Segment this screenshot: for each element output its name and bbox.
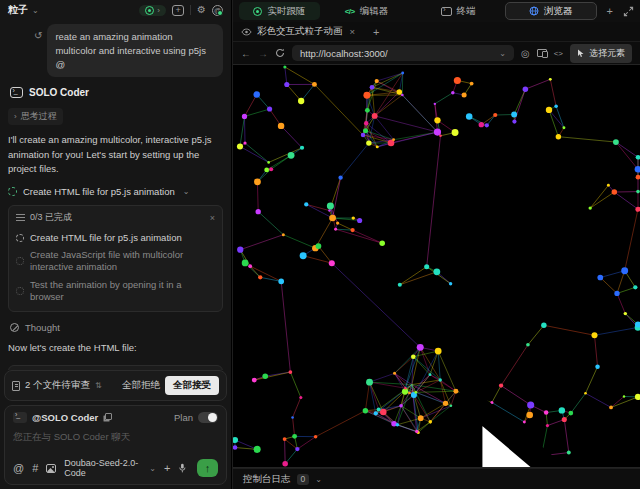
model-selector[interactable]: Doubao-Seed-2.0-Code ⌄ bbox=[64, 458, 156, 478]
chevron-right-icon: › bbox=[14, 112, 17, 121]
forward-icon[interactable]: → bbox=[258, 48, 268, 59]
review-bar: 2 个文件待审查 ⇅ 全部拒绝 全部接受 bbox=[4, 370, 227, 401]
globe-icon bbox=[529, 6, 539, 16]
browser-viewport[interactable] bbox=[233, 64, 640, 468]
settings-gear-icon[interactable]: ⚙ bbox=[197, 5, 206, 15]
solo-status-icon bbox=[145, 6, 154, 15]
chevron-down-icon: ⌄ bbox=[499, 49, 506, 58]
task-item: Create JavaScript file with multicolor i… bbox=[16, 246, 215, 276]
user-message: reate an amazing animation multicolor an… bbox=[47, 24, 223, 77]
sort-icon[interactable]: ⇅ bbox=[95, 381, 102, 390]
chat-messages[interactable]: ↺ reate an amazing animation multicolor … bbox=[0, 20, 231, 370]
eye-icon bbox=[241, 28, 252, 36]
files-icon bbox=[12, 381, 20, 391]
add-icon[interactable]: + bbox=[164, 463, 170, 474]
new-chat-icon[interactable]: + bbox=[172, 5, 184, 16]
composer: @SOLO Coder Plan 您正在与 SOLO Coder 聊天 @ # … bbox=[4, 405, 227, 485]
chevron-down-icon[interactable]: ⌄ bbox=[32, 6, 39, 15]
agent-name: SOLO Coder bbox=[29, 87, 89, 98]
in-progress-icon bbox=[8, 187, 17, 196]
retry-icon[interactable]: ↺ bbox=[34, 30, 42, 41]
accept-all-button[interactable]: 全部接受 bbox=[165, 376, 219, 395]
cursor-icon bbox=[577, 49, 585, 58]
chevron-down-icon[interactable]: ⌄ bbox=[315, 475, 322, 484]
image-attach-icon[interactable] bbox=[46, 464, 56, 473]
expand-icon[interactable] bbox=[623, 6, 634, 17]
account-avatar[interactable]: @ bbox=[212, 5, 223, 16]
devtools-code-icon[interactable]: <> bbox=[554, 49, 563, 58]
mention-icon[interactable]: @ bbox=[13, 463, 24, 474]
live-icon bbox=[253, 7, 262, 16]
workspace-tabs: 实时跟随 </> 编辑器 终端 浏览器 + bbox=[233, 0, 640, 22]
chat-header: 粒子 ⌄ › + ⚙ @ bbox=[0, 0, 231, 20]
terminal-icon bbox=[441, 7, 452, 16]
checklist-icon bbox=[16, 214, 25, 221]
session-title[interactable]: 粒子 bbox=[8, 3, 28, 17]
context-hash-icon[interactable]: # bbox=[32, 463, 38, 474]
task-item: Test the animation by opening it in a br… bbox=[16, 276, 215, 306]
thought-row[interactable]: Thought bbox=[10, 322, 223, 333]
chevron-right-icon: › bbox=[157, 6, 160, 15]
message-input[interactable]: 您正在与 SOLO Coder 聊天 bbox=[13, 423, 218, 458]
thinking-process-badge[interactable]: › 思考过程 bbox=[8, 108, 63, 125]
assistant-intro-text: I'll create an amazing multicolor, inter… bbox=[8, 133, 223, 176]
refresh-icon[interactable] bbox=[275, 48, 285, 58]
agent-terminal-icon bbox=[10, 87, 23, 98]
agent-badge-icon bbox=[13, 412, 27, 423]
close-icon[interactable]: × bbox=[210, 213, 215, 223]
task-progress: 0/3 已完成 bbox=[30, 211, 72, 224]
page-tab-title: 彩色交互式粒子动画 bbox=[257, 25, 343, 38]
url-input[interactable]: http://localhost:3000/ ⌄ bbox=[292, 45, 514, 61]
chevron-down-icon: ⌄ bbox=[183, 187, 190, 196]
page-tab-bar: 彩色交互式粒子动画 × + bbox=[233, 22, 640, 42]
section-create-html[interactable]: Create HTML file for p5.js animation ⌄ bbox=[8, 186, 223, 197]
divider bbox=[190, 5, 191, 15]
page-tab[interactable]: 彩色交互式粒子动画 × bbox=[241, 25, 355, 38]
copy-icon[interactable] bbox=[105, 413, 112, 420]
plan-label: Plan bbox=[174, 412, 193, 423]
tab-browser[interactable]: 浏览器 bbox=[505, 2, 597, 20]
code-icon: </> bbox=[345, 7, 355, 16]
send-button[interactable]: ↑ bbox=[197, 459, 218, 477]
back-icon[interactable]: ← bbox=[241, 48, 251, 59]
preview-panel: 实时跟随 </> 编辑器 终端 浏览器 + 彩色交互式粒子动画 × bbox=[232, 0, 640, 489]
solo-mode-pill[interactable]: › bbox=[139, 5, 166, 16]
review-label[interactable]: 2 个文件待审查 bbox=[25, 379, 90, 392]
task-item: Create HTML file for p5.js animation bbox=[16, 229, 215, 246]
select-element-button[interactable]: 选择元素 bbox=[570, 44, 632, 63]
close-tab-icon[interactable]: × bbox=[350, 26, 356, 37]
app-window: 粒子 ⌄ › + ⚙ @ ↺ reate an amazing animatio… bbox=[0, 0, 640, 489]
task-active-icon bbox=[16, 234, 24, 242]
tab-terminal[interactable]: 终端 bbox=[413, 2, 503, 20]
device-toggle-icon[interactable] bbox=[537, 49, 547, 57]
chat-panel: 粒子 ⌄ › + ⚙ @ ↺ reate an amazing animatio… bbox=[0, 0, 232, 489]
console-count-badge: 0 bbox=[297, 474, 310, 485]
thought-icon bbox=[10, 323, 19, 332]
reject-all-button[interactable]: 全部拒绝 bbox=[122, 379, 160, 392]
console-label: 控制台日志 bbox=[243, 473, 291, 486]
target-icon[interactable]: ◎ bbox=[521, 48, 530, 59]
plan-toggle[interactable] bbox=[198, 412, 218, 423]
task-pending-icon bbox=[16, 287, 24, 295]
particle-canvas[interactable] bbox=[233, 65, 640, 467]
task-card-1: 0/3 已完成 × Create HTML file for p5.js ani… bbox=[8, 205, 223, 312]
tab-editor[interactable]: </> 编辑器 bbox=[322, 2, 412, 20]
console-bar[interactable]: 控制台日志 0 ⌄ bbox=[233, 468, 640, 489]
tab-live-follow[interactable]: 实时跟随 bbox=[239, 2, 320, 20]
new-page-icon[interactable]: + bbox=[365, 26, 387, 38]
assistant-text: Now let's create the HTML file: bbox=[8, 341, 223, 355]
browser-toolbar: ← → http://localhost:3000/ ⌄ ◎ <> 选择元素 bbox=[233, 42, 640, 64]
microphone-icon[interactable] bbox=[178, 462, 187, 474]
task-pending-icon bbox=[16, 257, 24, 265]
chevron-down-icon: ⌄ bbox=[149, 464, 156, 473]
new-tab-icon[interactable]: + bbox=[599, 5, 621, 17]
file-change-card[interactable]: </> index.html index.html +27 -0 查看变更 bbox=[8, 365, 223, 370]
composer-agent-label[interactable]: @SOLO Coder bbox=[32, 412, 98, 423]
